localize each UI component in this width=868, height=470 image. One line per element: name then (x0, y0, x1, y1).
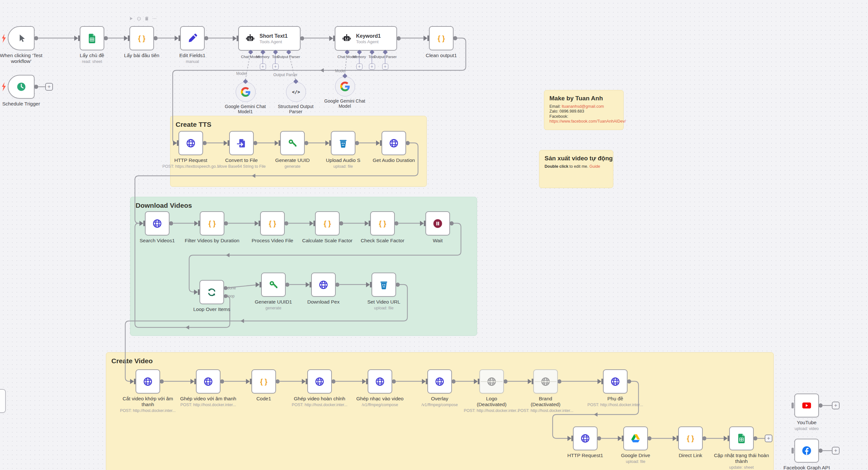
upload-audio-s[interactable] (331, 131, 355, 155)
sheets-icon (736, 433, 747, 444)
braces-icon: { } (322, 218, 333, 229)
direct-link[interactable]: { } (678, 427, 703, 450)
power-icon[interactable] (136, 16, 142, 21)
loop-over-items[interactable] (199, 280, 224, 304)
drive-icon (630, 433, 641, 444)
convert-to-file[interactable] (229, 131, 254, 155)
workflow-canvas[interactable]: Create TTSDownload VideosCreate VideoMak… (0, 0, 868, 470)
link[interactable]: Guide (589, 164, 600, 169)
phu-de-label: Phụ đềPOST: http://host.docker.inter... (577, 396, 654, 407)
globe-icon (580, 433, 591, 444)
sheets-icon (87, 33, 97, 44)
facebook-graph-api-label: Facebook Graph API (768, 465, 845, 470)
globe-icon (374, 376, 385, 387)
add-subnode-button[interactable]: + (260, 64, 266, 70)
ellipsis-icon (152, 16, 157, 21)
braces-icon: { } (685, 433, 696, 444)
short-text1[interactable]: Short Text1Tools Agent (238, 26, 301, 51)
sticky-create-video-title: Create Video (106, 352, 773, 365)
ghep-video-voi-am-thanh[interactable] (196, 369, 220, 394)
ghep-video-hoan-chinh[interactable] (307, 369, 332, 394)
gemini-icon (340, 81, 350, 91)
clean-output1[interactable]: { } (429, 26, 454, 50)
download-pex[interactable] (311, 273, 336, 297)
clean-output1-label: Clean output1 (403, 53, 480, 58)
sticky-download-videos[interactable]: Download Videos (130, 197, 477, 336)
code1[interactable]: { } (251, 369, 276, 394)
node-hover-toolbar (129, 16, 157, 21)
when-clicking-test-workflow[interactable] (8, 26, 35, 50)
port-label: Memory (352, 55, 366, 59)
facebook-graph-api[interactable] (795, 439, 819, 463)
key-icon (268, 279, 279, 290)
brand-deactivated-label: Brand(Deactivated)POST: http://host.dock… (507, 396, 584, 413)
calculate-scale-factor[interactable]: { } (315, 211, 340, 235)
link[interactable]: https://www.facebook.com/TuanAnhAIDev/ (549, 119, 626, 124)
cat-video-khop-voi-am-thanh[interactable] (135, 369, 160, 394)
sticky-san-xuat-title: Sản xuất video tự động (539, 150, 613, 162)
http-request1[interactable] (573, 427, 597, 450)
http-request[interactable] (179, 131, 203, 155)
sticky-san-xuat[interactable]: Sản xuất video tự độngDouble click to ed… (539, 150, 613, 188)
cap-nhat-trang-thai-hoan-thanh[interactable] (729, 427, 754, 450)
sticky-create-tts-title: Create TTS (170, 116, 426, 128)
edit-fields1[interactable] (180, 26, 205, 50)
svg-text:{ }: { } (324, 220, 331, 227)
check-scale-factor[interactable]: { } (370, 211, 395, 235)
add-subnode-button[interactable]: + (369, 64, 375, 70)
play-icon[interactable] (129, 16, 134, 21)
trash-icon[interactable] (144, 16, 149, 21)
lay-chu-de[interactable] (80, 26, 104, 50)
search-videos1[interactable] (145, 211, 169, 235)
add-subnode-button[interactable]: + (382, 64, 388, 70)
brand-deactivated[interactable] (533, 369, 558, 394)
ellipsis-icon[interactable] (152, 16, 157, 21)
when-clicking-test-workflow-label: When clicking ‘Testworkflow’ (0, 53, 60, 64)
phu-de[interactable] (603, 369, 627, 394)
port-label: Output Parser (373, 55, 397, 59)
wait-label: Wait (399, 238, 476, 243)
generate-uuid1[interactable] (261, 273, 286, 297)
process-video-file[interactable]: { } (260, 211, 285, 235)
add-node-button[interactable]: + (832, 447, 840, 455)
filter-videos-by-duration[interactable]: { } (200, 211, 224, 235)
link[interactable]: ltuananhsd@gmail.com (562, 104, 604, 109)
lay-bai-dau-tien[interactable]: { } (129, 26, 154, 50)
play-icon (129, 16, 134, 21)
generate-uuid[interactable] (280, 131, 305, 155)
youtube-label: YouTubeupload: video (768, 420, 845, 431)
overlay[interactable] (427, 369, 452, 394)
sticky-san-xuat-body: Double click to edit me. Guide (539, 162, 613, 169)
sticky-download-videos-title: Download Videos (130, 197, 477, 209)
cursor-icon (16, 33, 27, 44)
svg-text:</>: </> (292, 89, 300, 95)
add-node-button[interactable]: + (45, 83, 53, 91)
google-gemini-chat-model[interactable] (335, 76, 355, 96)
pencil-icon (187, 33, 198, 44)
svg-text:{ }: { } (687, 435, 694, 442)
keyword1[interactable]: Keyword1Tools Agent (335, 26, 397, 51)
add-node-button[interactable]: + (832, 402, 840, 409)
facebook-icon (801, 445, 812, 456)
schedule-trigger[interactable] (8, 75, 35, 99)
sticky-make-by-body: Email: ltuananhsd@gmail.comZalo: 0896.98… (544, 102, 623, 124)
add-node-button[interactable]: + (765, 435, 772, 442)
get-audio-duration[interactable] (381, 131, 406, 155)
logo-deactivated[interactable] (479, 369, 504, 394)
bucket-icon (338, 138, 349, 149)
pass-through-line (480, 381, 503, 382)
google-drive[interactable] (623, 427, 648, 450)
google-gemini-chat-model1[interactable] (236, 82, 256, 102)
add-subnode-button[interactable]: + (356, 64, 363, 70)
partial-node-left-edge[interactable] (0, 389, 6, 413)
set-video-url[interactable] (372, 273, 396, 297)
structured-output-parser[interactable]: </> (286, 82, 306, 102)
youtube[interactable] (795, 394, 819, 417)
add-subnode-button[interactable]: + (273, 64, 279, 70)
sticky-make-by[interactable]: Make by Tuan AnhEmail: ltuananhsd@gmail.… (544, 90, 624, 130)
wait[interactable] (426, 211, 450, 235)
braces-icon: { } (207, 218, 218, 229)
ghep-nhac-vao-video[interactable] (368, 369, 392, 394)
braces-icon: { } (258, 376, 269, 387)
connection-label: Output Parser (273, 73, 298, 77)
